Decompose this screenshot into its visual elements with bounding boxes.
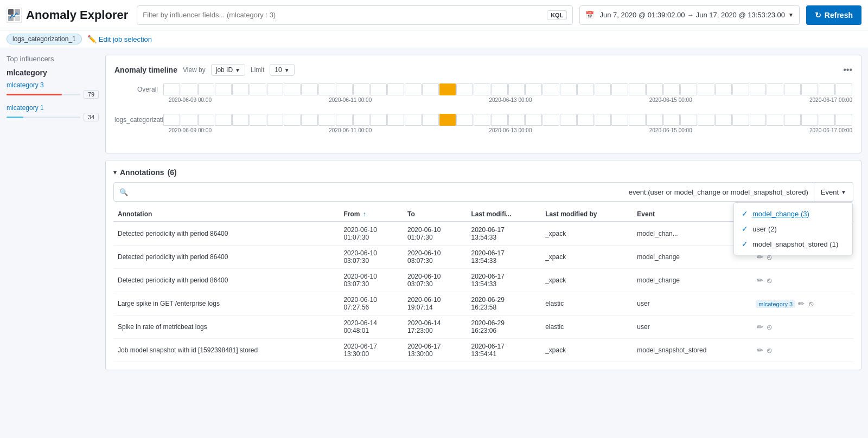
timeline-cell[interactable] bbox=[422, 114, 439, 126]
timeline-cell[interactable] bbox=[336, 114, 353, 126]
timeline-cell[interactable] bbox=[835, 114, 852, 126]
timeline-cell[interactable] bbox=[542, 114, 559, 126]
edit-job-button[interactable]: ✏️ Edit job selection bbox=[87, 35, 152, 43]
view-by-select[interactable]: job ID ▼ bbox=[211, 64, 245, 76]
timeline-cell[interactable] bbox=[456, 114, 473, 126]
timeline-cell[interactable] bbox=[819, 83, 835, 95]
timeline-cell[interactable] bbox=[163, 114, 180, 126]
timeline-cell[interactable] bbox=[491, 83, 508, 95]
timeline-cell[interactable] bbox=[680, 83, 697, 95]
timeline-cell[interactable] bbox=[663, 114, 680, 126]
search-input[interactable] bbox=[143, 11, 542, 19]
timeline-cell[interactable] bbox=[370, 114, 387, 126]
edit-annotation-icon[interactable]: ✏ bbox=[757, 323, 763, 331]
timeline-cell[interactable] bbox=[370, 83, 387, 95]
timeline-cell[interactable] bbox=[560, 83, 577, 95]
dropdown-item-0[interactable]: ✓ model_change (3) bbox=[734, 206, 852, 221]
timeline-cell[interactable] bbox=[474, 114, 490, 126]
timeline-cell[interactable] bbox=[387, 83, 404, 95]
share-annotation-icon[interactable]: ⎋ bbox=[767, 276, 771, 285]
timeline-cell[interactable] bbox=[560, 114, 577, 126]
timeline-cell[interactable] bbox=[542, 83, 559, 95]
timeline-cell[interactable] bbox=[318, 114, 335, 126]
edit-annotation-icon[interactable]: ✏ bbox=[757, 346, 763, 355]
timeline-cell[interactable] bbox=[163, 83, 180, 95]
timeline-cell[interactable] bbox=[767, 83, 783, 95]
chevron-down-icon[interactable]: ▼ bbox=[788, 12, 794, 18]
timeline-cell[interactable] bbox=[525, 114, 542, 126]
event-filter-button[interactable]: Event ▼ ✓ model_change (3) ✓ user (2) bbox=[814, 182, 853, 202]
timeline-cell[interactable] bbox=[232, 114, 249, 126]
timeline-cell[interactable] bbox=[508, 114, 525, 126]
timeline-cell[interactable] bbox=[439, 83, 456, 95]
timeline-cell[interactable] bbox=[439, 114, 456, 126]
timeline-cell[interactable] bbox=[750, 83, 767, 95]
date-range-picker[interactable]: 📅 Jun 7, 2020 @ 01:39:02.00 → Jun 17, 20… bbox=[579, 5, 799, 25]
influencer-label-0[interactable]: mlcategory 3 bbox=[7, 81, 99, 89]
timeline-cell[interactable] bbox=[732, 114, 749, 126]
timeline-cell[interactable] bbox=[301, 114, 318, 126]
timeline-cell[interactable] bbox=[250, 114, 266, 126]
timeline-cell[interactable] bbox=[491, 114, 508, 126]
timeline-cell[interactable] bbox=[819, 114, 835, 126]
kql-badge[interactable]: KQL bbox=[547, 10, 567, 20]
timeline-cell[interactable] bbox=[387, 114, 404, 126]
timeline-cell[interactable] bbox=[456, 83, 473, 95]
timeline-cell[interactable] bbox=[215, 114, 232, 126]
timeline-cell[interactable] bbox=[835, 83, 852, 95]
refresh-button[interactable]: ↻ Refresh bbox=[806, 5, 861, 25]
timeline-cell[interactable] bbox=[508, 83, 525, 95]
timeline-cell[interactable] bbox=[422, 83, 439, 95]
timeline-cell[interactable] bbox=[629, 114, 646, 126]
job-badge[interactable]: logs_categorization_1 bbox=[7, 34, 82, 44]
edit-annotation-icon[interactable]: ✏ bbox=[757, 276, 763, 285]
dropdown-item-2[interactable]: ✓ model_snapshot_stored (1) bbox=[734, 236, 852, 252]
timeline-cell[interactable] bbox=[698, 114, 714, 126]
influencer-label-1[interactable]: mlcategory 1 bbox=[7, 104, 99, 112]
timeline-cell[interactable] bbox=[215, 83, 232, 95]
timeline-cell[interactable] bbox=[405, 83, 422, 95]
timeline-cell[interactable] bbox=[353, 114, 370, 126]
timeline-cell[interactable] bbox=[284, 83, 301, 95]
timeline-cell[interactable] bbox=[595, 114, 611, 126]
timeline-cell[interactable] bbox=[474, 83, 490, 95]
share-annotation-icon[interactable]: ⎋ bbox=[767, 323, 771, 331]
timeline-cell[interactable] bbox=[611, 83, 628, 95]
limit-select[interactable]: 10 ▼ bbox=[270, 64, 294, 76]
annotations-search-input[interactable] bbox=[132, 188, 624, 196]
timeline-cell[interactable] bbox=[784, 83, 801, 95]
timeline-cell[interactable] bbox=[198, 114, 215, 126]
timeline-cell[interactable] bbox=[801, 114, 818, 126]
timeline-cell[interactable] bbox=[715, 83, 732, 95]
timeline-cell[interactable] bbox=[405, 114, 422, 126]
timeline-cell[interactable] bbox=[577, 83, 594, 95]
timeline-cell[interactable] bbox=[336, 83, 353, 95]
timeline-cell[interactable] bbox=[732, 83, 749, 95]
timeline-cell[interactable] bbox=[663, 83, 680, 95]
timeline-cell[interactable] bbox=[525, 83, 542, 95]
timeline-cell[interactable] bbox=[629, 83, 646, 95]
timeline-cell[interactable] bbox=[232, 83, 249, 95]
timeline-cell[interactable] bbox=[646, 83, 663, 95]
timeline-cell[interactable] bbox=[801, 83, 818, 95]
timeline-cell[interactable] bbox=[680, 114, 697, 126]
more-options-icon[interactable]: ••• bbox=[843, 65, 852, 75]
timeline-cell[interactable] bbox=[784, 114, 801, 126]
timeline-cell[interactable] bbox=[318, 83, 335, 95]
timeline-cell[interactable] bbox=[181, 114, 197, 126]
timeline-cell[interactable] bbox=[715, 114, 732, 126]
timeline-cell[interactable] bbox=[595, 83, 611, 95]
share-annotation-icon[interactable]: ⎋ bbox=[809, 299, 813, 308]
timeline-cell[interactable] bbox=[750, 114, 767, 126]
timeline-cell[interactable] bbox=[577, 114, 594, 126]
search-bar[interactable]: KQL bbox=[137, 5, 573, 25]
timeline-cell[interactable] bbox=[301, 83, 318, 95]
share-annotation-icon[interactable]: ⎋ bbox=[767, 346, 771, 355]
timeline-cell[interactable] bbox=[181, 83, 197, 95]
timeline-cell[interactable] bbox=[284, 114, 301, 126]
timeline-cell[interactable] bbox=[198, 83, 215, 95]
edit-annotation-icon[interactable]: ✏ bbox=[798, 299, 805, 308]
timeline-cell[interactable] bbox=[353, 83, 370, 95]
timeline-cell[interactable] bbox=[267, 114, 284, 126]
col-from[interactable]: From ↑ bbox=[339, 207, 403, 222]
